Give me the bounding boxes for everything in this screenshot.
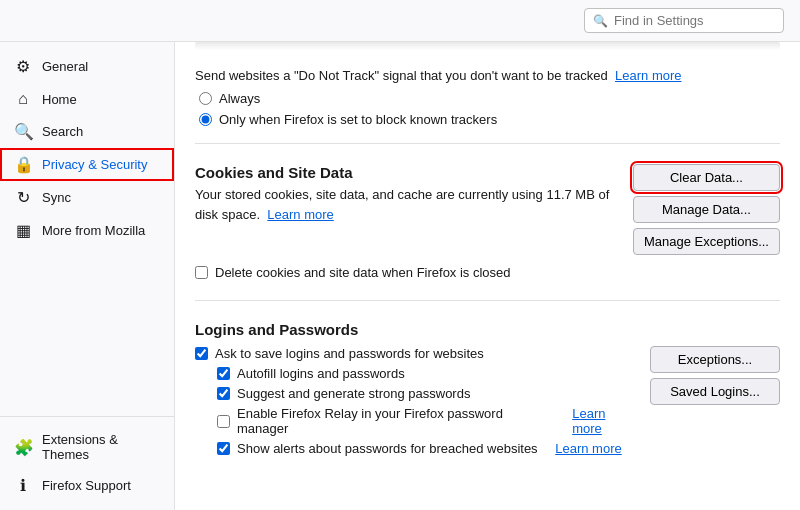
extensions-icon: 🧩 xyxy=(14,438,32,457)
suggest-passwords-checkbox[interactable] xyxy=(217,387,230,400)
sidebar: ⚙ General ⌂ Home 🔍 Search 🔒 Privacy & Se… xyxy=(0,42,175,510)
firefox-relay-row[interactable]: Enable Firefox Relay in your Firefox pas… xyxy=(217,406,638,436)
breached-alerts-learn-more-link[interactable]: Learn more xyxy=(555,441,621,456)
sidebar-label-home: Home xyxy=(42,92,77,107)
firefox-relay-label: Enable Firefox Relay in your Firefox pas… xyxy=(237,406,555,436)
sidebar-item-support[interactable]: ℹ Firefox Support xyxy=(0,469,174,502)
autofill-checkbox[interactable] xyxy=(217,367,230,380)
sidebar-label-more: More from Mozilla xyxy=(42,223,145,238)
logins-title: Logins and Passwords xyxy=(195,321,780,338)
dnt-always-radio[interactable] xyxy=(199,92,212,105)
general-icon: ⚙ xyxy=(14,57,32,76)
dnt-block-radio[interactable] xyxy=(199,113,212,126)
logins-options: Ask to save logins and passwords for web… xyxy=(195,346,780,461)
firefox-relay-checkbox[interactable] xyxy=(217,415,230,428)
sidebar-label-general: General xyxy=(42,59,88,74)
sidebar-item-home[interactable]: ⌂ Home xyxy=(0,83,174,115)
find-in-settings-box[interactable]: 🔍 xyxy=(584,8,784,33)
sidebar-label-extensions: Extensions & Themes xyxy=(42,432,160,462)
sidebar-item-search[interactable]: 🔍 Search xyxy=(0,115,174,148)
breached-alerts-label: Show alerts about passwords for breached… xyxy=(237,441,538,456)
section-divider-2 xyxy=(195,300,780,301)
main-layout: ⚙ General ⌂ Home 🔍 Search 🔒 Privacy & Se… xyxy=(0,42,800,510)
sidebar-item-privacy[interactable]: 🔒 Privacy & Security xyxy=(0,148,174,181)
settings-content: Send websites a "Do Not Track" signal th… xyxy=(175,42,800,510)
suggest-passwords-label: Suggest and generate strong passwords xyxy=(237,386,470,401)
manage-data-button[interactable]: Manage Data... xyxy=(633,196,780,223)
scroll-hint xyxy=(195,42,780,50)
section-divider-1 xyxy=(195,143,780,144)
ask-save-logins-label: Ask to save logins and passwords for web… xyxy=(215,346,484,361)
breached-alerts-checkbox[interactable] xyxy=(217,442,230,455)
sidebar-item-more-mozilla[interactable]: ▦ More from Mozilla xyxy=(0,214,174,247)
sidebar-label-search: Search xyxy=(42,124,83,139)
cookies-desc: Your stored cookies, site data, and cach… xyxy=(195,185,621,224)
search-icon: 🔍 xyxy=(593,14,608,28)
delete-cookies-row[interactable]: Delete cookies and site data when Firefo… xyxy=(195,265,780,280)
dnt-always-label: Always xyxy=(219,91,260,106)
dnt-block-label: Only when Firefox is set to block known … xyxy=(219,112,497,127)
manage-exceptions-button[interactable]: Manage Exceptions... xyxy=(633,228,780,255)
mozilla-icon: ▦ xyxy=(14,221,32,240)
sync-icon: ↻ xyxy=(14,188,32,207)
home-icon: ⌂ xyxy=(14,90,32,108)
delete-cookies-label: Delete cookies and site data when Firefo… xyxy=(215,265,511,280)
dnt-description: Send websites a "Do Not Track" signal th… xyxy=(195,68,780,83)
autofill-label: Autofill logins and passwords xyxy=(237,366,405,381)
dnt-learn-more-link[interactable]: Learn more xyxy=(615,68,681,83)
ask-save-logins-checkbox[interactable] xyxy=(195,347,208,360)
cookies-section: Cookies and Site Data Your stored cookie… xyxy=(195,156,780,280)
logins-buttons: Exceptions... Saved Logins... xyxy=(650,346,780,405)
privacy-icon: 🔒 xyxy=(14,155,32,174)
delete-cookies-checkbox[interactable] xyxy=(195,266,208,279)
search-nav-icon: 🔍 xyxy=(14,122,32,141)
cookies-title: Cookies and Site Data xyxy=(195,164,621,181)
sidebar-item-general[interactable]: ⚙ General xyxy=(0,50,174,83)
dnt-section: Send websites a "Do Not Track" signal th… xyxy=(195,58,780,127)
support-icon: ℹ xyxy=(14,476,32,495)
breached-alerts-row[interactable]: Show alerts about passwords for breached… xyxy=(217,441,638,456)
dnt-always-option[interactable]: Always xyxy=(199,91,780,106)
find-in-settings-input[interactable] xyxy=(614,13,775,28)
exceptions-button[interactable]: Exceptions... xyxy=(650,346,780,373)
clear-data-button[interactable]: Clear Data... xyxy=(633,164,780,191)
firefox-relay-learn-more-link[interactable]: Learn more xyxy=(572,406,638,436)
sidebar-item-sync[interactable]: ↻ Sync xyxy=(0,181,174,214)
sidebar-bottom: 🧩 Extensions & Themes ℹ Firefox Support xyxy=(0,416,174,502)
sidebar-label-sync: Sync xyxy=(42,190,71,205)
suggest-passwords-row[interactable]: Suggest and generate strong passwords xyxy=(217,386,638,401)
sidebar-label-privacy: Privacy & Security xyxy=(42,157,147,172)
dnt-radio-group: Always Only when Firefox is set to block… xyxy=(199,91,780,127)
cookies-left: Cookies and Site Data Your stored cookie… xyxy=(195,164,621,224)
dnt-block-option[interactable]: Only when Firefox is set to block known … xyxy=(199,112,780,127)
sidebar-label-support: Firefox Support xyxy=(42,478,131,493)
cookies-learn-more-link[interactable]: Learn more xyxy=(267,207,333,222)
cookies-buttons: Clear Data... Manage Data... Manage Exce… xyxy=(633,164,780,255)
sidebar-top: ⚙ General ⌂ Home 🔍 Search 🔒 Privacy & Se… xyxy=(0,50,174,416)
cookies-header: Cookies and Site Data Your stored cookie… xyxy=(195,164,780,255)
ask-save-logins-row[interactable]: Ask to save logins and passwords for web… xyxy=(195,346,638,361)
logins-section: Logins and Passwords Ask to save logins … xyxy=(195,313,780,461)
sidebar-item-extensions[interactable]: 🧩 Extensions & Themes xyxy=(0,425,174,469)
logins-left: Ask to save logins and passwords for web… xyxy=(195,346,638,461)
saved-logins-button[interactable]: Saved Logins... xyxy=(650,378,780,405)
autofill-row[interactable]: Autofill logins and passwords xyxy=(217,366,638,381)
header: 🔍 xyxy=(0,0,800,42)
